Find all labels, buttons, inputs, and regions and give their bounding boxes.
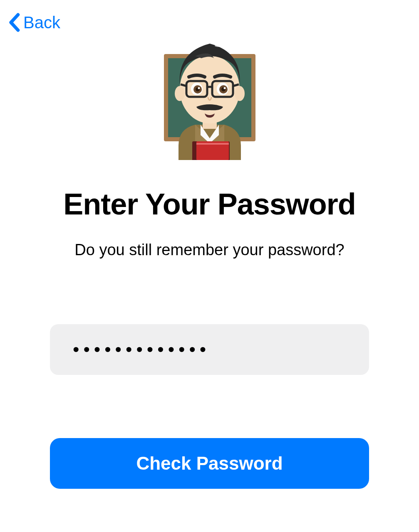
- svg-point-8: [235, 86, 245, 101]
- teacher-illustration: [147, 35, 272, 160]
- svg-point-22: [223, 87, 226, 89]
- svg-point-7: [175, 86, 185, 101]
- back-button[interactable]: Back: [8, 12, 60, 32]
- svg-point-21: [198, 87, 200, 89]
- svg-rect-4: [196, 143, 229, 145]
- svg-point-9: [215, 44, 223, 47]
- page-title: Enter Your Password: [0, 187, 419, 221]
- check-password-button[interactable]: Check Password: [50, 438, 369, 489]
- chevron-left-icon: [8, 12, 20, 32]
- password-input[interactable]: [50, 324, 369, 375]
- svg-point-6: [180, 55, 240, 123]
- back-label: Back: [23, 13, 60, 32]
- page-subtitle: Do you still remember your password?: [0, 241, 419, 259]
